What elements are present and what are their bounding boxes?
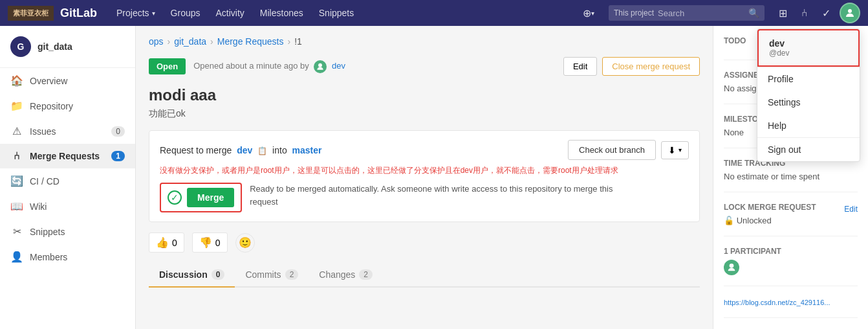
- copy-branch-icon: 📋: [257, 146, 267, 155]
- search-scope-label: This project: [614, 8, 654, 17]
- tab-changes[interactable]: Changes 2: [309, 263, 383, 288]
- nav-actions: ⊕ ▾ This project 🔍 ⊞ ⑃ ✓ dev @dev: [578, 3, 860, 23]
- chevron-down-icon: ▾: [591, 10, 594, 17]
- commits-count: 2: [285, 269, 299, 280]
- issues-icon-button[interactable]: ✓: [817, 5, 836, 22]
- lock-label: Lock merge request: [724, 203, 816, 212]
- sidebar-user: G git_data: [0, 26, 135, 68]
- nav-milestones[interactable]: Milestones: [254, 0, 310, 26]
- download-button[interactable]: ⬇ ▾: [661, 141, 689, 159]
- wiki-icon: 📖: [10, 200, 23, 212]
- user-dropdown-header: dev @dev: [757, 29, 860, 67]
- checkout-branch-button[interactable]: Check out branch: [568, 140, 656, 160]
- source-branch-link[interactable]: dev: [237, 145, 252, 155]
- nav-links: Projects ▾ Groups Activity Milestones Sn…: [110, 0, 360, 26]
- nav-snippets[interactable]: Snippets: [312, 0, 360, 26]
- target-branch-link[interactable]: master: [292, 145, 322, 155]
- mr-meta: Opened about a minute ago by dev: [193, 60, 345, 73]
- mr-title: modi aaa: [149, 86, 700, 104]
- participant-avatar: [724, 260, 739, 275]
- add-reaction-button[interactable]: 🙂: [235, 233, 255, 253]
- nav-activity[interactable]: Activity: [210, 0, 251, 26]
- sidebar-item-merge-requests[interactable]: ⑃ Merge Requests 1: [0, 144, 135, 168]
- time-value: No estimate or time spent: [724, 172, 858, 181]
- sidebar-item-ci-cd[interactable]: 🔄 CI / CD: [0, 168, 135, 194]
- thumbs-up-button[interactable]: 👍 0: [149, 233, 184, 253]
- svg-point-1: [318, 63, 322, 67]
- members-icon: 👤: [10, 251, 23, 263]
- issues-icon: ⚠: [10, 125, 23, 137]
- issues-badge: 0: [111, 126, 125, 137]
- merge-button-row: ✓ Merge Ready to be merged automatically…: [160, 183, 689, 212]
- search-icon: 🔍: [748, 8, 759, 18]
- svg-point-2: [730, 264, 734, 268]
- emoji-add-icon: 🙂: [239, 236, 252, 249]
- search-box: This project 🔍: [609, 5, 765, 21]
- cicd-icon: 🔄: [10, 175, 23, 187]
- merge-button[interactable]: Merge: [187, 188, 234, 207]
- thumbs-down-button[interactable]: 👎 0: [192, 233, 228, 253]
- breadcrumb-ops[interactable]: ops: [149, 36, 164, 47]
- tab-discussion[interactable]: Discussion 0: [149, 263, 235, 288]
- user-display-name: dev: [769, 38, 848, 49]
- link-section: https://blog.csdn.net/zc_429116...: [724, 297, 858, 318]
- sidebar-username: git_data: [38, 41, 72, 52]
- dropdown-settings[interactable]: Settings: [757, 91, 860, 114]
- status-badge: Open: [149, 58, 186, 74]
- sidebar-item-members[interactable]: 👤 Members: [0, 244, 135, 269]
- reactions-row: 👍 0 👎 0 🙂: [149, 233, 700, 253]
- user-menu-button[interactable]: [840, 3, 860, 23]
- breadcrumb: ops › git_data › Merge Requests › !1: [149, 36, 700, 47]
- merge-button-wrapper: ✓ Merge: [160, 183, 242, 212]
- thumbs-down-icon: 👎: [199, 236, 212, 249]
- user-handle: @dev: [769, 49, 848, 58]
- layout-icon-button[interactable]: ⊞: [774, 5, 792, 22]
- download-icon: ⬇: [668, 145, 676, 155]
- dropdown-signout[interactable]: Sign out: [757, 138, 860, 161]
- sidebar: G git_data 🏠 Overview 📁 Repository ⚠ Iss…: [0, 26, 136, 329]
- author-avatar: [314, 60, 327, 73]
- top-navigation: 素菲亚衣柜 GitLab Projects ▾ Groups Activity …: [0, 0, 868, 26]
- merge-icon: ⑃: [10, 150, 23, 162]
- tab-commits[interactable]: Commits 2: [235, 263, 309, 288]
- svg-point-0: [848, 9, 852, 13]
- logo: 素菲亚衣柜: [8, 6, 54, 21]
- dropdown-profile[interactable]: Profile: [757, 67, 860, 91]
- merge-requests-badge: 1: [111, 151, 125, 161]
- breadcrumb-merge-requests[interactable]: Merge Requests: [217, 36, 284, 47]
- sidebar-item-wiki[interactable]: 📖 Wiki: [0, 194, 135, 219]
- branch-warning: 没有做分支保护，或者用户是root用户，这里是可以点击的，这里已经做了分支保护且…: [160, 165, 689, 176]
- mr-actions: Edit Close merge request: [563, 57, 700, 76]
- nav-groups[interactable]: Groups: [164, 0, 207, 26]
- external-link[interactable]: https://blog.csdn.net/zc_429116...: [724, 299, 830, 306]
- author-link[interactable]: dev: [332, 61, 345, 71]
- sidebar-item-overview[interactable]: 🏠 Overview: [0, 68, 135, 93]
- check-circle-icon: ✓: [168, 190, 182, 205]
- chevron-down-icon: ▾: [152, 10, 155, 17]
- close-mr-button[interactable]: Close merge request: [602, 57, 700, 76]
- time-tracking-section: Time tracking No estimate or time spent: [724, 159, 858, 192]
- new-item-button[interactable]: ⊕ ▾: [578, 5, 600, 22]
- mr-header: Open Opened about a minute ago by dev Ed…: [149, 57, 700, 76]
- sidebar-item-repository[interactable]: 📁 Repository: [0, 93, 135, 119]
- repo-icon: 📁: [10, 100, 23, 112]
- avatar: G: [10, 36, 31, 57]
- main-content: ops › git_data › Merge Requests › !1 Ope…: [136, 26, 713, 329]
- edit-button[interactable]: Edit: [563, 57, 597, 76]
- brand-name: GitLab: [60, 6, 97, 20]
- dropdown-help[interactable]: Help: [757, 114, 860, 137]
- sidebar-item-snippets[interactable]: ✂ Snippets: [0, 219, 135, 244]
- search-input[interactable]: [658, 8, 748, 18]
- thumbs-up-icon: 👍: [156, 236, 169, 249]
- discussion-count: 0: [212, 269, 225, 280]
- mr-tabs: Discussion 0 Commits 2 Changes 2: [149, 263, 700, 288]
- snippets-icon: ✂: [10, 225, 23, 238]
- lock-edit-link[interactable]: Edit: [844, 205, 858, 214]
- merge-request-text: Request to merge dev 📋 into master: [160, 145, 321, 155]
- sidebar-item-issues[interactable]: ⚠ Issues 0: [0, 119, 135, 144]
- merge-requests-icon-button[interactable]: ⑃: [796, 5, 813, 21]
- nav-projects[interactable]: Projects ▾: [110, 0, 162, 26]
- chevron-down-icon: ▾: [678, 146, 682, 153]
- breadcrumb-current: !1: [294, 36, 302, 47]
- breadcrumb-git-data[interactable]: git_data: [174, 36, 206, 47]
